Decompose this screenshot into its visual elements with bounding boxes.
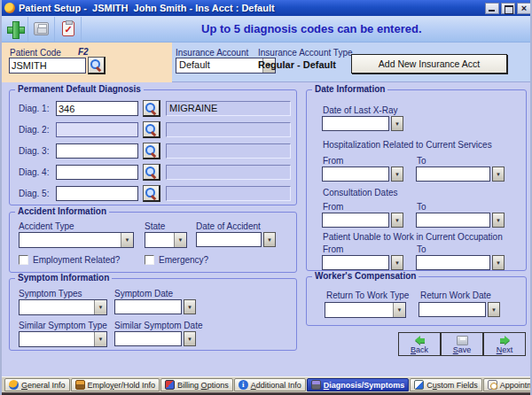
calendar-dropdown-icon[interactable] xyxy=(184,331,196,346)
diag-row-3: Diag. 3: xyxy=(10,143,296,159)
unable-to-input[interactable] xyxy=(416,255,490,270)
calendar-dropdown-icon[interactable] xyxy=(391,116,403,131)
date-of-accident-field[interactable] xyxy=(196,232,276,247)
diag3-code-input[interactable] xyxy=(56,143,138,159)
accident-type-select[interactable] xyxy=(19,232,134,248)
tab-billing-options[interactable]: Billing Options xyxy=(160,378,233,391)
similar-symptom-date-input[interactable] xyxy=(114,331,182,346)
similar-symptom-type-label: Similar Symptom Type xyxy=(19,321,107,330)
chevron-down-icon[interactable] xyxy=(393,303,405,317)
calendar-dropdown-icon[interactable] xyxy=(263,232,276,247)
consult-to-field[interactable] xyxy=(416,213,505,228)
tab-label: Employer/Hold Info xyxy=(88,381,156,390)
diag5-lookup-button[interactable] xyxy=(143,185,160,202)
diag1-lookup-button[interactable] xyxy=(143,100,160,117)
consult-from-input[interactable] xyxy=(322,213,389,228)
calendar-dropdown-icon[interactable] xyxy=(492,167,505,182)
diag-row-1: Diag. 1: MIGRAINE xyxy=(10,101,296,117)
tab-employer-hold-info[interactable]: Employer/Hold Info xyxy=(71,378,160,391)
unable-from-input[interactable] xyxy=(322,255,389,270)
magnifier-icon xyxy=(145,145,157,157)
date-of-accident-input[interactable] xyxy=(196,232,262,247)
close-button[interactable] xyxy=(517,3,531,14)
hosp-from-label: From xyxy=(323,156,343,166)
return-to-work-type-value xyxy=(325,303,393,317)
checkbox-icon[interactable] xyxy=(145,255,154,265)
date-of-last-xray-input[interactable] xyxy=(322,116,389,131)
hosp-from-input[interactable] xyxy=(322,167,389,182)
checkbox-icon[interactable] xyxy=(19,255,28,265)
calendar-dropdown-icon[interactable] xyxy=(492,213,505,228)
similar-symptom-type-value xyxy=(20,332,94,346)
titlebar: Patient Setup - JSMITH John Smith - Ins … xyxy=(2,0,532,16)
calendar-dropdown-icon[interactable] xyxy=(391,167,403,182)
patient-setup-window: Patient Setup - JSMITH John Smith - Ins … xyxy=(0,0,532,395)
chevron-down-icon[interactable] xyxy=(94,300,106,314)
new-record-button[interactable] xyxy=(2,17,28,42)
state-select[interactable] xyxy=(145,232,187,248)
window-title: Patient Setup - JSMITH John Smith - Ins … xyxy=(19,3,481,13)
symptom-types-select[interactable] xyxy=(19,299,107,315)
tab-additional-info[interactable]: Additional Info xyxy=(234,378,306,391)
maximize-button[interactable] xyxy=(501,3,515,14)
date-of-last-xray-field[interactable] xyxy=(322,116,403,131)
calendar-dropdown-icon[interactable] xyxy=(492,255,505,270)
hosp-to-input[interactable] xyxy=(416,167,490,182)
verify-button[interactable] xyxy=(55,17,82,42)
diag2-lookup-button[interactable] xyxy=(143,121,160,138)
chevron-down-icon[interactable] xyxy=(121,233,133,247)
symptom-date-label: Symptom Date xyxy=(114,289,173,298)
next-button[interactable]: Next xyxy=(484,333,525,355)
diag5-code-input[interactable] xyxy=(56,186,138,201)
consult-to-input[interactable] xyxy=(416,213,490,228)
emergency-checkbox[interactable]: Emergency? xyxy=(145,255,208,265)
add-new-insurance-button[interactable]: Add New Insurance Acct xyxy=(351,54,507,74)
back-button[interactable]: Back xyxy=(399,333,442,355)
symptom-date-input[interactable] xyxy=(114,299,182,314)
chevron-down-icon[interactable] xyxy=(174,233,186,247)
return-work-date-field[interactable] xyxy=(419,302,500,317)
diag4-description xyxy=(166,165,291,180)
calendar-dropdown-icon[interactable] xyxy=(488,302,500,317)
info-icon xyxy=(239,380,248,390)
hosp-to-field[interactable] xyxy=(416,167,505,182)
unable-to-field[interactable] xyxy=(416,255,505,270)
similar-symptom-type-select[interactable] xyxy=(19,331,107,347)
save-button[interactable]: Save xyxy=(442,333,484,355)
calendar-dropdown-icon[interactable] xyxy=(391,255,403,270)
symptom-date-field[interactable] xyxy=(114,299,196,314)
tab-general-info[interactable]: General Info xyxy=(4,378,70,391)
diag4-code-input[interactable] xyxy=(56,165,138,180)
patient-code-input[interactable] xyxy=(9,58,86,74)
main-panel: Permanent Default Diagnosis Diag. 1: MIG… xyxy=(2,82,532,376)
diag1-code-input[interactable] xyxy=(56,101,138,116)
diag4-lookup-button[interactable] xyxy=(143,164,160,181)
hosp-from-field[interactable] xyxy=(322,167,403,182)
insurance-account-value: Default xyxy=(176,58,262,73)
minimize-button[interactable] xyxy=(485,3,499,14)
diag3-description xyxy=(166,143,291,159)
consult-to-label: To xyxy=(417,202,426,212)
workers-compensation-group: Worker's Compensation Return To Work Typ… xyxy=(306,276,527,326)
patient-lookup-button[interactable] xyxy=(88,57,106,74)
similar-symptom-date-field[interactable] xyxy=(114,331,196,346)
return-to-work-type-select[interactable] xyxy=(325,302,406,318)
chevron-down-icon[interactable] xyxy=(94,332,106,346)
diag2-code-input[interactable] xyxy=(56,122,138,137)
save-record-button[interactable] xyxy=(28,17,55,42)
calendar-dropdown-icon[interactable] xyxy=(184,299,196,314)
accident-type-value xyxy=(20,233,121,247)
date-group-legend: Date Information xyxy=(312,84,387,94)
magnifier-icon xyxy=(145,124,157,136)
employment-related-checkbox[interactable]: Employment Related? xyxy=(19,255,120,265)
tab-diagnosis-symptoms[interactable]: Diagnosis/Symptoms xyxy=(307,378,410,391)
diag3-lookup-button[interactable] xyxy=(143,143,160,159)
tab-appointments[interactable]: Appointments xyxy=(483,378,532,391)
emergency-label: Emergency? xyxy=(159,255,208,265)
consult-from-field[interactable] xyxy=(322,213,403,228)
calendar-dropdown-icon[interactable] xyxy=(391,213,403,228)
tab-custom-fields[interactable]: Custom Fields xyxy=(410,378,482,391)
return-work-date-input[interactable] xyxy=(419,302,486,317)
app-icon xyxy=(4,3,15,13)
unable-from-field[interactable] xyxy=(322,255,403,270)
